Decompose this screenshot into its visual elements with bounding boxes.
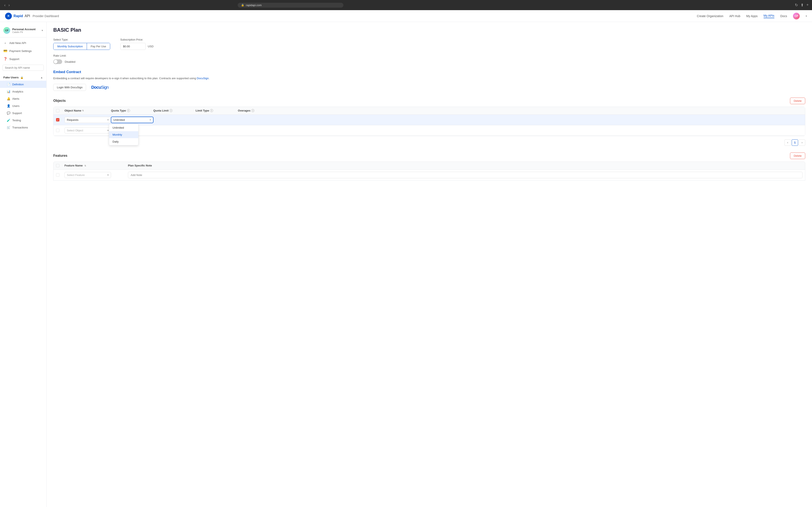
sidebar-item-analytics[interactable]: 📊 Analytics: [0, 88, 46, 95]
quota-type-dropdown: Unlimited Monthly Daily: [109, 124, 139, 145]
next-page-button[interactable]: ›: [799, 139, 805, 146]
share-icon[interactable]: ⬆: [801, 3, 804, 7]
add-note-input[interactable]: [128, 172, 803, 178]
login-docusign-button[interactable]: Login With DocuSign: [53, 84, 86, 91]
dropdown-item-daily[interactable]: Daily: [109, 138, 138, 145]
logo-rapid: Rapid: [13, 14, 23, 18]
lock-icon: 🔒: [241, 4, 244, 7]
sidebar-item-alerts[interactable]: 🔔 Alerts: [0, 95, 46, 102]
logo: R RapidAPI Provider Dashboard: [5, 13, 59, 19]
support-sub-label: Support: [12, 112, 22, 115]
users-label: Users: [12, 104, 19, 108]
address-bar[interactable]: 🔒 rapidapi.com: [238, 3, 343, 8]
sidebar-item-add-api[interactable]: + Add New API: [0, 39, 46, 47]
rate-limit-status: Disabled: [65, 60, 75, 63]
currency-label: USD: [148, 45, 154, 48]
sidebar-item-payment[interactable]: 💳 Payment Settings: [0, 47, 46, 55]
pay-per-use-button[interactable]: Pay Per Use: [87, 43, 110, 50]
add-api-label: Add New API: [9, 41, 26, 45]
support-icon: ❓: [3, 57, 7, 61]
select-all-checkbox[interactable]: [56, 109, 59, 112]
avatar-chevron[interactable]: ▾: [806, 14, 807, 17]
quota-type-header: Quota Type i: [111, 109, 153, 112]
sidebar-item-support[interactable]: 💬 Support: [0, 109, 46, 117]
sidebar: CP Personal Account Catalin Pit ▾ + Add …: [0, 22, 47, 507]
select-feature-dropdown[interactable]: Select Feature ▾: [64, 172, 111, 178]
objects-header: Objects Delete: [53, 98, 805, 104]
sidebar-item-testing[interactable]: 🧪 Testing: [0, 117, 46, 124]
row1-checkbox-input[interactable]: [56, 118, 59, 121]
nav-create-org[interactable]: Create Organization: [697, 14, 723, 18]
feature-checkbox[interactable]: [56, 173, 59, 177]
nav-api-hub[interactable]: API Hub: [729, 14, 740, 18]
form-row-type-price: Select Type: Monthly Subscription Pay Pe…: [53, 38, 805, 50]
reload-icon[interactable]: ↻: [795, 3, 798, 7]
limit-type-header: Limit Type i: [196, 109, 238, 112]
transactions-icon: 🛒: [7, 126, 10, 129]
type-btn-group: Monthly Subscription Pay Per Use: [53, 43, 110, 50]
api-chevron: ▲: [40, 76, 43, 79]
current-page-button[interactable]: 1: [792, 139, 798, 146]
features-header: Features Delete: [53, 153, 805, 159]
row1-checkbox: [56, 118, 64, 121]
dropdown-item-monthly[interactable]: Monthly: [109, 131, 138, 138]
logo-api: API: [24, 14, 30, 18]
quota-limit-header: Quota Limit i: [153, 109, 196, 112]
delete-objects-button[interactable]: Delete: [790, 98, 805, 104]
docusign-link[interactable]: DocuSign: [197, 77, 209, 80]
transactions-label: Transactions: [12, 126, 28, 129]
sidebar-account[interactable]: CP Personal Account Catalin Pit ▾: [0, 25, 46, 38]
nav-docs[interactable]: Docs: [780, 14, 787, 18]
select-object-dropdown[interactable]: Select Object ▾: [64, 127, 111, 133]
feature-name-header: Feature Name ⇅: [64, 164, 128, 167]
account-info: Personal Account Catalin Pit: [12, 28, 40, 34]
sidebar-item-definition[interactable]: 📄 Definition: [0, 81, 46, 88]
sidebar-item-support[interactable]: ❓ Support: [0, 55, 46, 63]
rate-limit-label: Rate Limit:: [53, 54, 805, 57]
forward-button[interactable]: ›: [8, 2, 11, 8]
back-button[interactable]: ‹: [3, 2, 6, 8]
api-name: Fake Users: [3, 76, 18, 79]
payment-icon: 💳: [3, 49, 7, 53]
limit-type-info-icon[interactable]: i: [210, 109, 213, 112]
chevron-down-icon: ▾: [150, 118, 151, 121]
sidebar-item-transactions[interactable]: 🛒 Transactions: [0, 124, 46, 131]
prev-page-button[interactable]: ‹: [784, 139, 791, 146]
sort-icon: ⇅: [84, 165, 86, 167]
nav-my-apis[interactable]: My APIs: [764, 14, 774, 18]
monthly-subscription-button[interactable]: Monthly Subscription: [53, 43, 87, 50]
object-name-header: Object Name ⇅: [64, 109, 111, 112]
select-type-group: Select Type: Monthly Subscription Pay Pe…: [53, 38, 110, 50]
objects-title: Objects: [53, 99, 66, 103]
quota-type-select[interactable]: Unlimited ▾: [111, 117, 153, 123]
price-input[interactable]: [120, 43, 146, 50]
avatar[interactable]: CP: [793, 13, 800, 19]
nav-my-apps[interactable]: My Apps: [746, 14, 758, 18]
analytics-icon: 📊: [7, 90, 10, 93]
row1-object-name: Requests ▾: [64, 117, 111, 123]
plan-note-header: Plan Specific Note: [128, 164, 803, 167]
row2-checkbox-input[interactable]: [56, 129, 59, 132]
main-content: BASIC Plan Select Type: Monthly Subscrip…: [47, 22, 812, 507]
overages-info-icon[interactable]: i: [251, 109, 254, 112]
delete-features-button[interactable]: Delete: [790, 153, 805, 159]
new-tab-icon[interactable]: +: [806, 3, 809, 7]
sidebar-api-header[interactable]: Fake Users 🔒 ▲: [0, 74, 46, 81]
account-sub: Catalin Pit: [12, 31, 40, 34]
sidebar-api-section: Fake Users 🔒 ▲ 📄 Definition 📊 Analytics …: [0, 74, 46, 131]
header-checkbox-col: [56, 109, 64, 112]
sidebar-item-users[interactable]: 👤 Users: [0, 102, 46, 109]
select-type-label: Select Type:: [53, 38, 110, 41]
quota-limit-info-icon[interactable]: i: [169, 109, 172, 112]
rate-limit-toggle[interactable]: [53, 59, 62, 64]
chevron-down-icon: ▾: [107, 118, 109, 121]
requests-select[interactable]: Requests ▾: [64, 117, 111, 123]
dropdown-item-unlimited[interactable]: Unlimited: [109, 124, 138, 131]
lock-icon: 🔒: [20, 76, 23, 79]
search-input[interactable]: [3, 65, 44, 71]
select-feature-cell: Select Feature ▾: [64, 172, 128, 178]
quota-type-info-icon[interactable]: i: [127, 109, 130, 112]
definition-label: Definition: [12, 83, 24, 86]
features-select-all[interactable]: [56, 164, 59, 167]
row2-object-name: Select Object ▾: [64, 127, 111, 133]
